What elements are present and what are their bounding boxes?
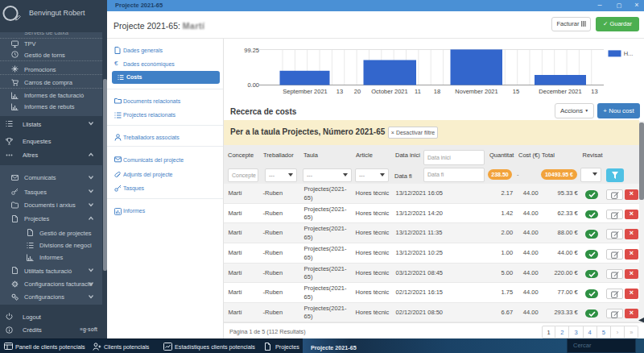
svg-text:H...: H... [624, 50, 634, 57]
svg-text:13: 13 [591, 88, 597, 95]
svg-text:December 2021: December 2021 [539, 88, 581, 95]
svg-text:September 2021: September 2021 [283, 88, 327, 95]
svg-text:11: 11 [415, 88, 421, 95]
svg-text:13: 13 [336, 88, 343, 95]
svg-text:20: 20 [354, 88, 361, 95]
svg-text:0.00: 0.00 [247, 81, 259, 89]
svg-text:October 2021: October 2021 [371, 88, 407, 95]
svg-text:November 2021: November 2021 [455, 88, 497, 95]
svg-text:99.25: 99.25 [244, 47, 259, 54]
svg-text:15: 15 [513, 88, 519, 95]
svg-text:18: 18 [434, 88, 440, 95]
